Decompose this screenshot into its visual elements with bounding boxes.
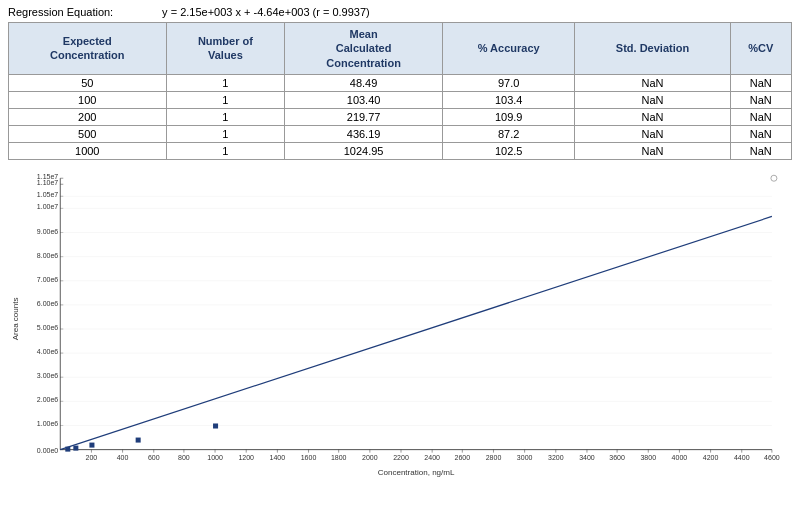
cell-accuracy: 103.4: [442, 91, 575, 108]
svg-text:8.00e6: 8.00e6: [37, 252, 59, 259]
svg-text:3800: 3800: [640, 454, 656, 461]
col-header-std: Std. Deviation: [575, 23, 730, 75]
cell-expected: 200: [9, 108, 167, 125]
cell-mean: 48.49: [285, 74, 443, 91]
svg-text:1.15e7: 1.15e7: [37, 173, 59, 180]
cell-expected: 50: [9, 74, 167, 91]
svg-text:800: 800: [178, 454, 190, 461]
svg-text:1.00e7: 1.00e7: [37, 203, 59, 210]
cell-cv: NaN: [730, 108, 791, 125]
svg-text:4000: 4000: [672, 454, 688, 461]
svg-text:200: 200: [86, 454, 98, 461]
svg-text:1800: 1800: [331, 454, 347, 461]
svg-text:Concentration, ng/mL: Concentration, ng/mL: [378, 468, 455, 477]
svg-text:1600: 1600: [301, 454, 317, 461]
svg-text:Area counts: Area counts: [11, 297, 20, 340]
col-header-expected: ExpectedConcentration: [9, 23, 167, 75]
svg-text:1000: 1000: [207, 454, 223, 461]
data-point-5: [213, 423, 218, 428]
svg-text:4600: 4600: [764, 454, 780, 461]
cell-count: 1: [166, 74, 285, 91]
cell-count: 1: [166, 108, 285, 125]
y-axis: 0.00e0 1.00e6 2.00e6 3.00e6 4.00e6: [11, 173, 772, 453]
regression-equation: y = 2.15e+003 x + -4.64e+003 (r = 0.9937…: [162, 6, 370, 18]
cell-mean: 1024.95: [285, 142, 443, 159]
svg-text:7.00e6: 7.00e6: [37, 276, 59, 283]
data-table: ExpectedConcentration Number ofValues Me…: [8, 22, 792, 160]
data-point-4: [136, 437, 141, 442]
svg-text:4.00e6: 4.00e6: [37, 348, 59, 355]
svg-text:0.00e0: 0.00e0: [37, 447, 59, 454]
page: Regression Equation: y = 2.15e+003 x + -…: [0, 0, 800, 526]
svg-text:6.00e6: 6.00e6: [37, 300, 59, 307]
cell-cv: NaN: [730, 74, 791, 91]
table-row: 200 1 219.77 109.9 NaN NaN: [9, 108, 792, 125]
cell-accuracy: 87.2: [442, 125, 575, 142]
x-axis: 200 400 600 800 1000 1200 1400 1600 1800: [60, 450, 780, 477]
svg-text:2.00e6: 2.00e6: [37, 396, 59, 403]
cell-std: NaN: [575, 125, 730, 142]
cell-expected: 100: [9, 91, 167, 108]
table-header-row: ExpectedConcentration Number ofValues Me…: [9, 23, 792, 75]
data-point-2: [73, 445, 78, 450]
cell-count: 1: [166, 142, 285, 159]
chart-marker: [771, 175, 777, 181]
svg-text:4200: 4200: [703, 454, 719, 461]
table-row: 1000 1 1024.95 102.5 NaN NaN: [9, 142, 792, 159]
table-row: 500 1 436.19 87.2 NaN NaN: [9, 125, 792, 142]
svg-text:1200: 1200: [238, 454, 254, 461]
regression-chart: 0.00e0 1.00e6 2.00e6 3.00e6 4.00e6: [8, 164, 792, 494]
svg-text:2600: 2600: [455, 454, 471, 461]
cell-cv: NaN: [730, 91, 791, 108]
svg-text:3.00e6: 3.00e6: [37, 372, 59, 379]
svg-text:1.00e6: 1.00e6: [37, 420, 59, 427]
svg-text:1.10e7: 1.10e7: [37, 179, 59, 186]
cell-mean: 103.40: [285, 91, 443, 108]
cell-mean: 436.19: [285, 125, 443, 142]
chart-container: 0.00e0 1.00e6 2.00e6 3.00e6 4.00e6: [8, 164, 792, 494]
svg-text:2400: 2400: [424, 454, 440, 461]
svg-text:1400: 1400: [270, 454, 286, 461]
svg-text:2800: 2800: [486, 454, 502, 461]
svg-text:1.05e7: 1.05e7: [37, 191, 59, 198]
cell-std: NaN: [575, 91, 730, 108]
svg-text:600: 600: [148, 454, 160, 461]
svg-text:2200: 2200: [393, 454, 409, 461]
cell-expected: 500: [9, 125, 167, 142]
cell-expected: 1000: [9, 142, 167, 159]
col-header-mean: MeanCalculatedConcentration: [285, 23, 443, 75]
cell-accuracy: 102.5: [442, 142, 575, 159]
cell-count: 1: [166, 91, 285, 108]
col-header-count: Number ofValues: [166, 23, 285, 75]
svg-text:3600: 3600: [609, 454, 625, 461]
svg-text:5.00e6: 5.00e6: [37, 324, 59, 331]
cell-count: 1: [166, 125, 285, 142]
svg-text:9.00e6: 9.00e6: [37, 227, 59, 234]
cell-std: NaN: [575, 108, 730, 125]
regression-line: [60, 216, 772, 449]
table-row: 100 1 103.40 103.4 NaN NaN: [9, 91, 792, 108]
regression-equation-line: Regression Equation: y = 2.15e+003 x + -…: [8, 6, 792, 18]
data-point-1: [65, 446, 70, 451]
svg-text:4400: 4400: [734, 454, 750, 461]
col-header-accuracy: % Accuracy: [442, 23, 575, 75]
cell-std: NaN: [575, 74, 730, 91]
svg-text:3000: 3000: [517, 454, 533, 461]
cell-accuracy: 109.9: [442, 108, 575, 125]
cell-mean: 219.77: [285, 108, 443, 125]
svg-text:400: 400: [117, 454, 129, 461]
data-point-3: [89, 442, 94, 447]
cell-std: NaN: [575, 142, 730, 159]
svg-text:3400: 3400: [579, 454, 595, 461]
regression-label: Regression Equation:: [8, 6, 113, 18]
svg-text:3200: 3200: [548, 454, 564, 461]
cell-accuracy: 97.0: [442, 74, 575, 91]
table-row: 50 1 48.49 97.0 NaN NaN: [9, 74, 792, 91]
cell-cv: NaN: [730, 125, 791, 142]
svg-text:2000: 2000: [362, 454, 378, 461]
col-header-cv: %CV: [730, 23, 791, 75]
cell-cv: NaN: [730, 142, 791, 159]
